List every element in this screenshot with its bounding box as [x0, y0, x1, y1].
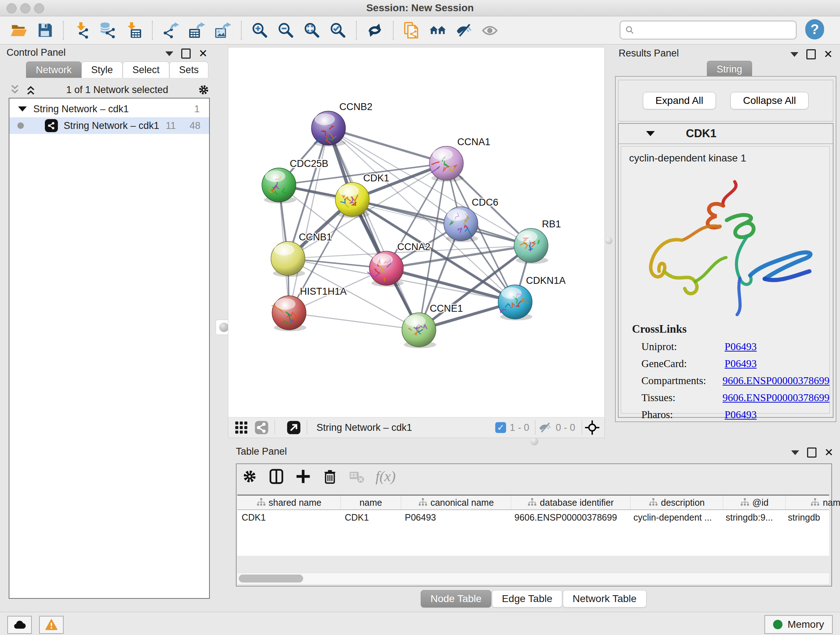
results-panel-title: Results Panel	[619, 48, 679, 59]
edge-CCNE1-HIST1H1A[interactable]	[289, 313, 419, 330]
close-table-icon[interactable]: ✕	[824, 448, 834, 456]
crosslink-link[interactable]: P06493	[725, 409, 757, 421]
node-CDC25B[interactable]	[262, 168, 296, 203]
network-options-gear-icon[interactable]	[197, 84, 210, 96]
node-CDK1[interactable]	[335, 182, 370, 218]
tab-sets[interactable]: Sets	[169, 62, 208, 78]
export-network-button[interactable]	[160, 19, 181, 41]
open-session-button[interactable]	[8, 19, 29, 41]
node-CCNE1[interactable]	[402, 313, 436, 348]
right-splitter-grip[interactable]	[605, 237, 613, 244]
search-input[interactable]	[638, 22, 796, 38]
tab-select[interactable]: Select	[123, 62, 169, 78]
edge-CCNA1-CCNB2[interactable]	[328, 128, 447, 163]
column-header-namespace[interactable]: namespace	[786, 496, 840, 509]
node-CCNA2[interactable]	[368, 251, 404, 287]
help-button[interactable]: ?	[805, 19, 824, 40]
collection-expander-icon[interactable]	[18, 106, 27, 111]
string-view-badge-icon[interactable]	[254, 420, 269, 435]
selected-nodes-checkbox[interactable]: ✓	[495, 422, 506, 433]
node-CDC6[interactable]	[444, 207, 478, 242]
tab-node-table[interactable]: Node Table	[421, 590, 491, 608]
close-panel-icon[interactable]: ✕	[199, 50, 208, 57]
title-bar: Session: New Session	[0, 0, 840, 16]
column-header-description[interactable]: description	[630, 496, 723, 509]
network-view[interactable]: CCNB2CCNA1CDC25BCDK1CDC6RB1CCNB1CCNA2CDK…	[228, 47, 605, 418]
column-header-canonical-name[interactable]: canonical name	[401, 496, 511, 509]
collapse-all-button[interactable]: Collapse All	[730, 92, 808, 109]
float-table-icon[interactable]	[807, 448, 816, 458]
export-table-button[interactable]	[186, 19, 207, 41]
node-RB1[interactable]	[514, 228, 548, 264]
collapse-panel-icon[interactable]	[165, 51, 173, 56]
zoom-out-button[interactable]	[275, 19, 296, 41]
tab-edge-table[interactable]: Edge Table	[492, 590, 562, 608]
show-all-button[interactable]	[479, 19, 500, 41]
show-columns-icon[interactable]	[268, 469, 284, 485]
delete-columns-icon[interactable]	[322, 469, 338, 485]
collapse-all-chevrons-icon[interactable]	[25, 84, 37, 96]
node-table: shared namenamecanonical namedatabase id…	[237, 494, 829, 556]
float-results-icon[interactable]	[806, 49, 816, 59]
node-label-CCNA1: CCNA1	[457, 136, 491, 147]
expand-all-chevrons-icon[interactable]	[9, 84, 21, 96]
column-header-database-identifier[interactable]: database identifier	[511, 496, 630, 509]
import-network-from-database-button[interactable]	[97, 19, 118, 41]
node-CCNA1[interactable]	[429, 146, 464, 182]
create-column-icon[interactable]	[295, 469, 311, 485]
export-image-button[interactable]	[212, 19, 233, 41]
column-header-shared-name[interactable]: shared name	[237, 496, 341, 509]
column-header--id[interactable]: @id	[723, 496, 786, 509]
node-CCNB1[interactable]	[271, 241, 305, 277]
table-row[interactable]: CDK1CDK1P064939606.ENSP00000378699cyclin…	[237, 510, 829, 524]
collapse-table-icon[interactable]	[791, 450, 799, 455]
float-panel-icon[interactable]	[181, 49, 191, 59]
tab-style[interactable]: Style	[81, 62, 123, 78]
crosslink-link[interactable]: 9606.ENSP00000378699	[722, 392, 829, 404]
cdk1-section-header[interactable]: CDK1	[619, 124, 833, 144]
import-network-from-file-button[interactable]	[71, 19, 92, 41]
network-row[interactable]: String Network – cdk1 11 48	[9, 117, 209, 134]
expand-all-button[interactable]: Expand All	[643, 92, 716, 109]
node-label-CDC25B: CDC25B	[290, 158, 328, 169]
tab-network-table[interactable]: Network Table	[563, 590, 646, 608]
import-table-from-file-button[interactable]	[123, 19, 144, 41]
table-hscrollbar-thumb[interactable]	[239, 575, 303, 583]
edge-CCNB2-HIST1H1A[interactable]	[289, 128, 328, 313]
node-label-CDC6: CDC6	[472, 197, 499, 208]
tab-string[interactable]: String	[707, 61, 752, 77]
node-CDKN1A[interactable]	[498, 285, 532, 320]
show-all-icon	[482, 22, 498, 39]
refresh-layout-button[interactable]	[364, 19, 385, 41]
close-results-icon[interactable]: ✕	[824, 50, 833, 58]
duplicate-network-button[interactable]	[401, 19, 422, 41]
zoom-in-button[interactable]	[249, 19, 270, 41]
column-header-name[interactable]: name	[341, 496, 401, 509]
open-in-new-window-icon[interactable]	[286, 420, 301, 435]
fit-content-button[interactable]	[302, 19, 322, 41]
zoom-selected-button[interactable]	[327, 19, 348, 41]
first-neighbors-button[interactable]	[427, 19, 448, 41]
duplicate-network-icon	[403, 22, 420, 39]
edge-CCNE1-CCNB2[interactable]	[328, 128, 419, 330]
crosslink-link[interactable]: P06493	[725, 340, 757, 353]
collapse-results-icon[interactable]	[790, 52, 798, 57]
section-expander-icon[interactable]	[646, 131, 655, 136]
memory-button[interactable]: Memory	[764, 615, 833, 634]
crosslink-link[interactable]: P06493	[725, 358, 757, 370]
save-session-button[interactable]	[34, 19, 55, 41]
birdseye-view-icon[interactable]	[585, 420, 600, 435]
grid-view-icon[interactable]	[234, 420, 248, 435]
node-CCNB2[interactable]	[311, 111, 346, 147]
column-type-icon	[740, 498, 750, 507]
network-collection-row[interactable]: String Network – cdk1 1	[9, 101, 209, 117]
network-edge-count: 48	[189, 120, 201, 131]
hide-selected-button[interactable]	[453, 19, 474, 41]
node-HIST1H1A[interactable]	[272, 296, 306, 331]
table-options-gear-icon[interactable]	[242, 469, 257, 485]
cloud-button[interactable]	[7, 616, 32, 634]
crosslink-link[interactable]: 9606.ENSP00000378699	[722, 375, 829, 386]
tab-network[interactable]: Network	[26, 62, 81, 78]
crosslink-row: Pharos: P06493	[641, 409, 829, 421]
warning-button[interactable]	[39, 616, 64, 634]
